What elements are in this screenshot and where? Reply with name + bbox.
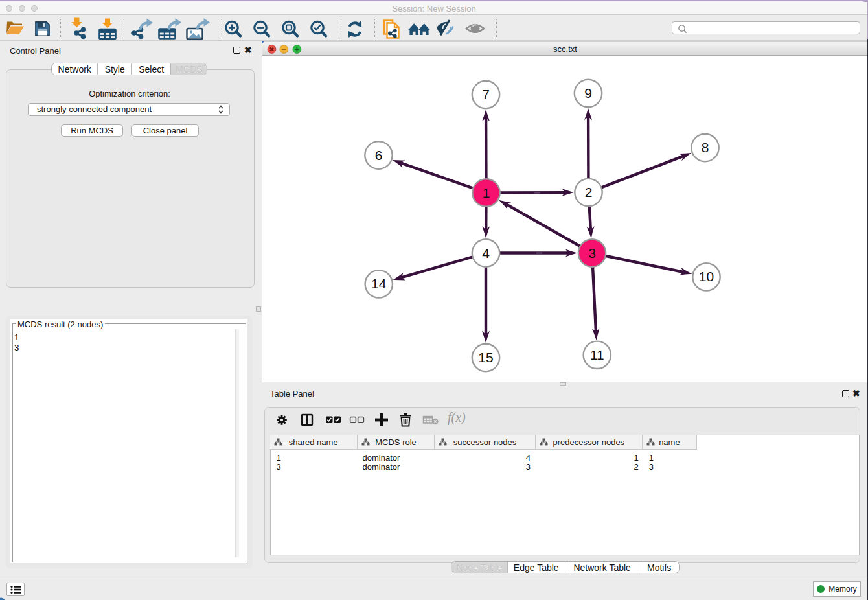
svg-text:14: 14	[371, 276, 387, 291]
svg-text:9: 9	[584, 86, 592, 100]
svg-text:6: 6	[375, 148, 383, 163]
svg-text:11: 11	[590, 347, 604, 362]
svg-text:10: 10	[699, 269, 714, 284]
svg-text:15: 15	[478, 350, 493, 365]
svg-text:2: 2	[585, 185, 593, 200]
svg-text:8: 8	[702, 140, 709, 155]
svg-text:7: 7	[482, 87, 490, 102]
svg-text:4: 4	[482, 246, 490, 260]
svg-text:1: 1	[483, 185, 490, 200]
svg-text:3: 3	[588, 246, 596, 260]
